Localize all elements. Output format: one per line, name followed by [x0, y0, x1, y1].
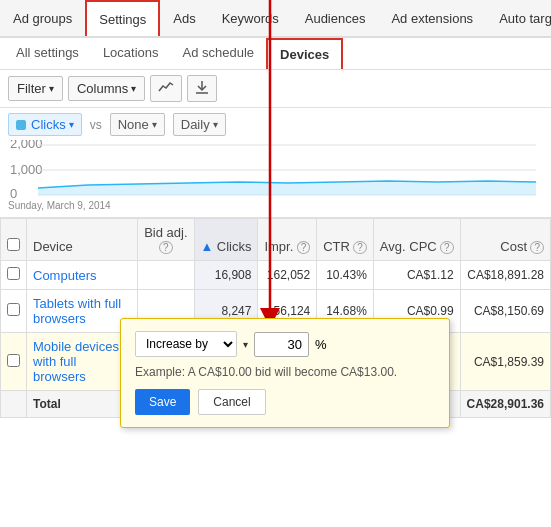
- popup-action-row: Increase by Decrease by Set to ▾ %: [135, 331, 435, 357]
- row-select-checkbox[interactable]: [7, 267, 20, 280]
- table-row: Computers 16,908 162,052 10.43% CA$1.12 …: [1, 261, 551, 290]
- svg-text:0: 0: [10, 186, 17, 200]
- sort-arrow-icon: ▲: [201, 239, 214, 254]
- sub-tab-ad-schedule[interactable]: Ad schedule: [171, 38, 267, 69]
- dropdown-arrow-icon: ▾: [131, 83, 136, 94]
- dropdown-arrow-icon: ▾: [49, 83, 54, 94]
- row-checkbox[interactable]: [1, 333, 27, 391]
- col-ctr: CTR ?: [317, 219, 374, 261]
- row-select-checkbox[interactable]: [7, 303, 20, 316]
- download-icon: [195, 80, 209, 94]
- avg-cpc-value: CA$1.12: [373, 261, 460, 290]
- tab-auto-targeting[interactable]: Auto targ...: [486, 0, 551, 36]
- device-link[interactable]: Computers: [33, 268, 97, 283]
- total-cost: CA$28,901.36: [460, 391, 550, 418]
- col-device: Device: [27, 219, 138, 261]
- col-avg-cpc: Avg. CPC ?: [373, 219, 460, 261]
- col-impr: Impr. ?: [258, 219, 317, 261]
- help-icon[interactable]: ?: [530, 241, 544, 254]
- chart-date: Sunday, March 9, 2014: [8, 200, 543, 211]
- sub-tab-devices[interactable]: Devices: [266, 38, 343, 69]
- clicks-value: 16,908: [194, 261, 258, 290]
- svg-text:1,000: 1,000: [10, 162, 43, 177]
- col-cost: Cost ?: [460, 219, 550, 261]
- bid-adjustment-popup: Increase by Decrease by Set to ▾ % Examp…: [120, 318, 450, 428]
- sub-tab-locations[interactable]: Locations: [91, 38, 171, 69]
- bid-adj-value: [138, 261, 194, 290]
- metric-selector[interactable]: Clicks ▾: [8, 113, 82, 136]
- col-clicks: ▲ Clicks: [194, 219, 258, 261]
- dropdown-arrow-icon: ▾: [213, 119, 218, 130]
- line-chart-icon: [158, 80, 174, 94]
- cost-value: CA$1,859.39: [460, 333, 550, 391]
- help-icon[interactable]: ?: [159, 241, 173, 254]
- columns-button[interactable]: Columns ▾: [68, 76, 145, 101]
- row-select-checkbox[interactable]: [7, 354, 20, 367]
- tab-settings[interactable]: Settings: [85, 0, 160, 38]
- help-icon[interactable]: ?: [440, 241, 454, 254]
- toolbar: Filter ▾ Columns ▾: [0, 70, 551, 108]
- top-nav: Ad groups Settings Ads Keywords Audience…: [0, 0, 551, 38]
- cancel-button[interactable]: Cancel: [198, 389, 265, 415]
- download-button[interactable]: [187, 75, 217, 102]
- filter-button[interactable]: Filter ▾: [8, 76, 63, 101]
- line-chart: 2,000 1,000 0: [8, 140, 538, 200]
- tab-ad-groups[interactable]: Ad groups: [0, 0, 85, 36]
- popup-actions-row: Save Cancel: [135, 389, 435, 415]
- impr-value: 162,052: [258, 261, 317, 290]
- cost-value: CA$18,891.28: [460, 261, 550, 290]
- save-button[interactable]: Save: [135, 389, 190, 415]
- percent-symbol: %: [315, 337, 327, 352]
- table-wrap: Device Bid adj. ? ▲ Clicks Impr. ? CTR ?: [0, 218, 551, 418]
- device-name: Computers: [27, 261, 138, 290]
- dropdown-arrow-icon: ▾: [243, 339, 248, 350]
- chart-controls: Clicks ▾ vs None ▾ Daily ▾: [0, 108, 551, 138]
- device-link[interactable]: Mobile devices with full browsers: [33, 339, 119, 384]
- dropdown-arrow-icon: ▾: [152, 119, 157, 130]
- tab-ad-extensions[interactable]: Ad extensions: [378, 0, 486, 36]
- cost-value: CA$8,150.69: [460, 290, 550, 333]
- row-checkbox[interactable]: [1, 290, 27, 333]
- tab-ads[interactable]: Ads: [160, 0, 208, 36]
- dropdown-arrow-icon: ▾: [69, 119, 74, 130]
- help-icon[interactable]: ?: [353, 241, 367, 254]
- action-select[interactable]: Increase by Decrease by Set to: [135, 331, 237, 357]
- svg-text:2,000: 2,000: [10, 140, 43, 151]
- tab-keywords[interactable]: Keywords: [209, 0, 292, 36]
- vs-label: vs: [90, 118, 102, 132]
- col-bid-adj: Bid adj. ?: [138, 219, 194, 261]
- device-link[interactable]: Tablets with full browsers: [33, 296, 121, 326]
- popup-example: Example: A CA$10.00 bid will become CA$1…: [135, 365, 435, 379]
- row-checkbox[interactable]: [1, 261, 27, 290]
- none-selector[interactable]: None ▾: [110, 113, 165, 136]
- daily-selector[interactable]: Daily ▾: [173, 113, 226, 136]
- bid-value-input[interactable]: [254, 332, 309, 357]
- line-chart-icon-button[interactable]: [150, 75, 182, 102]
- sub-tab-all-settings[interactable]: All settings: [4, 38, 91, 69]
- chart-area: 2,000 1,000 0 Sunday, March 9, 2014: [0, 138, 551, 218]
- select-all-checkbox[interactable]: [7, 238, 20, 251]
- tab-audiences[interactable]: Audiences: [292, 0, 379, 36]
- select-all-header[interactable]: [1, 219, 27, 261]
- sub-nav: All settings Locations Ad schedule Devic…: [0, 38, 551, 70]
- help-icon[interactable]: ?: [297, 241, 311, 254]
- ctr-value: 10.43%: [317, 261, 374, 290]
